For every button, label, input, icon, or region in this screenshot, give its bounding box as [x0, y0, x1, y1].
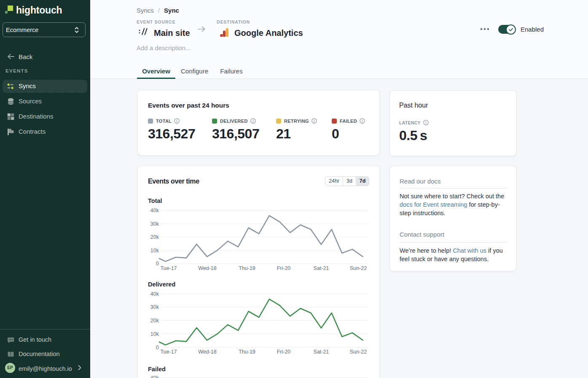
- svg-text:Wed-18: Wed-18: [198, 265, 217, 271]
- svg-text:0: 0: [156, 345, 159, 351]
- svg-text:30k: 30k: [150, 304, 159, 310]
- svg-text:30k: 30k: [150, 221, 159, 227]
- svg-text:0: 0: [156, 261, 159, 267]
- svg-text:Thu-19: Thu-19: [239, 265, 255, 271]
- svg-text:40k: 40k: [150, 375, 159, 378]
- svg-text:Total: Total: [148, 197, 162, 204]
- svg-text:20k: 20k: [150, 234, 159, 240]
- svg-text:20k: 20k: [150, 318, 159, 324]
- svg-text:Tue-17: Tue-17: [160, 349, 177, 355]
- svg-text:10k: 10k: [150, 248, 159, 254]
- svg-text:Failed: Failed: [148, 366, 166, 373]
- svg-text:Tue-17: Tue-17: [160, 265, 177, 271]
- svg-text:Sat-21: Sat-21: [314, 265, 329, 271]
- svg-text:Sat-21: Sat-21: [314, 349, 329, 355]
- svg-text:Sun-22: Sun-22: [350, 265, 367, 271]
- svg-text:Sun-22: Sun-22: [350, 349, 367, 355]
- svg-text:Fri-20: Fri-20: [277, 265, 291, 271]
- svg-text:40k: 40k: [150, 208, 159, 213]
- svg-text:Delivered: Delivered: [148, 281, 175, 288]
- svg-text:Thu-19: Thu-19: [239, 349, 255, 355]
- svg-text:10k: 10k: [150, 331, 159, 337]
- svg-text:40k: 40k: [150, 291, 159, 297]
- svg-text:Fri-20: Fri-20: [277, 349, 291, 355]
- svg-text:Wed-18: Wed-18: [198, 349, 217, 355]
